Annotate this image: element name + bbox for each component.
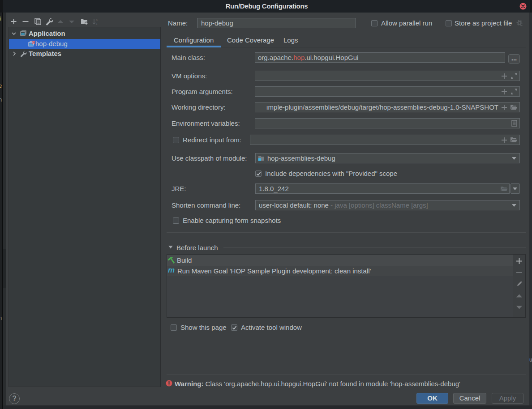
svg-text:a: a [96,18,98,21]
svg-text:z: z [96,22,98,25]
